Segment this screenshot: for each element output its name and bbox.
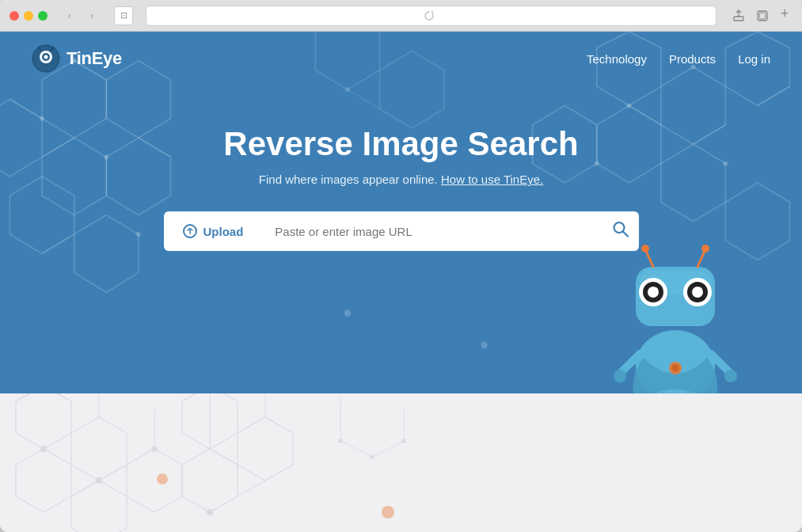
site-nav: TinEye Technology Products Log in — [0, 32, 802, 86]
svg-line-100 — [340, 441, 372, 457]
svg-marker-78 — [16, 449, 71, 512]
url-input-wrapper — [262, 211, 638, 251]
svg-point-71 — [641, 245, 649, 253]
search-icon — [612, 221, 629, 238]
svg-line-88 — [238, 481, 265, 496]
browser-window: ‹ › ⊡ — [0, 0, 802, 532]
svg-point-57 — [614, 370, 626, 382]
svg-line-50 — [623, 232, 628, 237]
url-input[interactable] — [262, 211, 638, 251]
svg-point-47 — [52, 47, 55, 49]
upload-icon — [183, 224, 197, 238]
maximize-button[interactable] — [38, 11, 48, 21]
share-button[interactable] — [729, 6, 748, 25]
traffic-lights — [10, 11, 48, 21]
tabs-icon — [756, 10, 769, 22]
svg-point-65 — [653, 287, 658, 292]
svg-point-38 — [344, 310, 351, 316]
svg-point-73 — [701, 245, 709, 253]
hero-subtitle-link[interactable]: How to use TinEye. — [441, 173, 543, 186]
logo-area: TinEye — [32, 44, 122, 73]
hero-subtitle-text: Find where images appear online. — [259, 173, 438, 186]
tab-bar: ⊡ — [114, 6, 133, 25]
svg-line-86 — [210, 449, 238, 465]
nav-links: Technology Products Log in — [587, 52, 770, 66]
logo-icon — [32, 44, 60, 73]
svg-line-85 — [71, 481, 99, 496]
nav-link-login[interactable]: Log in — [738, 52, 770, 66]
hero-content: Reverse Image Search Find where images a… — [0, 86, 802, 251]
tab-icon[interactable]: ⊡ — [114, 6, 133, 25]
browser-actions: + — [729, 6, 792, 25]
share-icon — [732, 10, 745, 22]
hero-subtitle: Find where images appear online. How to … — [259, 173, 543, 186]
address-bar[interactable] — [146, 6, 716, 26]
svg-marker-76 — [16, 393, 71, 449]
upload-button[interactable]: Upload — [164, 211, 263, 251]
svg-point-54 — [671, 364, 679, 372]
upload-label: Upload — [203, 225, 244, 238]
svg-marker-80 — [71, 481, 127, 532]
nav-link-technology[interactable]: Technology — [587, 52, 647, 66]
svg-marker-82 — [238, 417, 293, 481]
svg-marker-79 — [127, 449, 182, 512]
new-tab-button[interactable]: + — [777, 6, 792, 22]
svg-point-94 — [151, 446, 158, 452]
svg-point-104 — [401, 439, 406, 443]
bottom-section — [0, 393, 802, 532]
logo-text: TinEye — [67, 48, 122, 69]
forward-button[interactable]: › — [82, 6, 101, 25]
browser-titlebar: ‹ › ⊡ — [0, 0, 802, 32]
svg-point-43 — [44, 55, 48, 59]
hero-section: TinEye Technology Products Log in Revers… — [0, 32, 802, 393]
browser-nav: ‹ › — [60, 6, 101, 25]
close-button[interactable] — [10, 11, 19, 21]
nav-link-products[interactable]: Products — [669, 52, 716, 66]
robot-mascot-svg — [612, 243, 739, 393]
svg-marker-83 — [182, 449, 238, 512]
svg-point-58 — [724, 370, 737, 382]
hero-title: Reverse Image Search — [223, 125, 578, 163]
svg-point-69 — [697, 287, 702, 292]
svg-point-95 — [96, 477, 102, 484]
svg-point-45 — [38, 47, 40, 49]
back-button[interactable]: ‹ — [60, 6, 79, 25]
svg-point-97 — [157, 473, 168, 484]
svg-point-93 — [40, 446, 47, 452]
svg-point-98 — [382, 506, 394, 519]
search-area: Upload — [164, 211, 639, 251]
svg-line-84 — [44, 449, 71, 465]
minimize-button[interactable] — [24, 11, 33, 21]
svg-line-87 — [99, 465, 127, 481]
svg-rect-3 — [759, 13, 766, 19]
svg-marker-77 — [71, 417, 127, 481]
bottom-pattern-svg — [0, 393, 802, 532]
tabs-button[interactable] — [753, 6, 772, 25]
search-button[interactable] — [612, 221, 629, 242]
svg-point-105 — [370, 454, 374, 459]
robot-mascot — [612, 243, 739, 393]
svg-point-96 — [207, 509, 213, 515]
svg-point-39 — [481, 342, 488, 348]
reload-icon — [424, 10, 435, 21]
svg-point-103 — [338, 439, 343, 443]
svg-line-101 — [372, 441, 404, 457]
page-content: TinEye Technology Products Log in Revers… — [0, 32, 802, 532]
